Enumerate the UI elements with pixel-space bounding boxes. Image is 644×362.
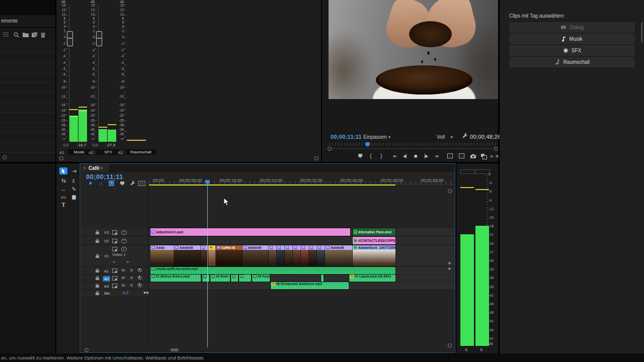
add-keyframe-icon[interactable]: ◦ [120, 260, 121, 263]
mixer-fader-knob-a2[interactable] [96, 31, 102, 46]
track-id-v2[interactable]: V2 [103, 238, 110, 244]
clip-mixkit-uplift-me-remix-mp3[interactable]: fxmixkit-uplift-me-remix.mp3 [150, 267, 395, 274]
go-to-in-button[interactable]: ⇤ [391, 152, 399, 160]
mark-out-button[interactable]: } [377, 152, 385, 160]
track-id-v3[interactable]: V3 [103, 230, 110, 235]
track-content-a1[interactable]: fxmixkit-uplift-me-remix.mp3 [149, 267, 455, 275]
clip-adobest[interactable]: fxAdobeSt [325, 245, 353, 266]
tag-button-dialog[interactable]: Dialog [509, 22, 635, 33]
lock-icon[interactable] [96, 276, 99, 280]
lock-icon[interactable] [96, 230, 99, 234]
monitor-scrub-left-handle[interactable] [328, 147, 332, 151]
mix-value[interactable]: 0,0 [123, 291, 128, 295]
source-patch-icon[interactable] [112, 239, 117, 243]
clip-untitled[interactable] [321, 275, 324, 282]
track-id-a2[interactable]: A2 [103, 276, 110, 282]
track-visibility-eye-icon[interactable] [121, 239, 127, 243]
mixer-hscroll-left-handle[interactable] [59, 156, 63, 160]
clip-untitled[interactable]: fx [231, 275, 238, 282]
solo-button[interactable]: S [465, 347, 467, 352]
timeline-vscroll-bottom-handle[interactable] [448, 343, 452, 347]
search-icon[interactable] [14, 32, 21, 39]
playhead-line[interactable] [207, 185, 208, 347]
solo-button[interactable]: S [130, 268, 133, 272]
fit-dropdown[interactable]: Einpassen ▾ [363, 134, 391, 140]
timeline-vscroll-thumb-bottom[interactable] [448, 267, 451, 270]
tag-button-raumschall[interactable]: Raumschall [509, 57, 635, 67]
project-scrollbar-handle[interactable] [3, 155, 7, 159]
lock-icon[interactable] [96, 254, 99, 258]
clip-coffee-b[interactable]: fxCoffee B [216, 245, 243, 266]
clip-adob[interactable]: fxAdob [150, 245, 174, 266]
trash-icon[interactable] [41, 32, 48, 39]
mic-record-icon[interactable] [137, 283, 141, 288]
track-content-v1[interactable]: fxAdobfxAdobeStfxfxfxCoffee BfxAdobeStfx… [149, 245, 455, 266]
lock-icon[interactable] [96, 284, 99, 288]
go-to-out-button[interactable]: ⇥ [432, 152, 440, 160]
step-back-button[interactable]: ◀▏ [402, 152, 410, 160]
type-tool[interactable]: T [59, 201, 67, 208]
track-content-v2[interactable]: fx#CONTACTLESSCOFFEE [149, 237, 455, 245]
tag-button-musik[interactable]: Musik [509, 34, 635, 44]
step-forward-button[interactable]: ▕▶ [421, 152, 429, 160]
clip-adobestock-194772359-mov[interactable]: fxAdobeStock_194772359.mov [353, 245, 395, 266]
lock-icon[interactable] [96, 239, 99, 243]
clip-01-mixing-grains-mp3[interactable]: fx01 Mixing Grains.mp3 [150, 275, 201, 282]
source-patch-icon[interactable] [112, 268, 117, 273]
track-id-v1[interactable]: V1 [103, 253, 110, 259]
track-id-a3[interactable]: A3 [103, 284, 110, 289]
clip-untitled[interactable]: fx [301, 245, 309, 266]
project-tab-label[interactable]: emente [1, 18, 18, 24]
mark-in-button[interactable]: { [367, 152, 375, 160]
slip-tool[interactable]: ↔ [59, 186, 67, 193]
solo-button[interactable]: S [130, 284, 133, 287]
track-content-mix[interactable] [149, 290, 455, 297]
track-id-a1[interactable]: A1 [103, 268, 110, 274]
mixer-hscroll-right-handle[interactable] [314, 156, 318, 160]
track-visibility-eye-icon[interactable] [121, 247, 127, 251]
mixer-fader-knob-a1[interactable] [67, 31, 73, 46]
next-keyframe-icon[interactable]: ▶ [127, 260, 129, 264]
clip-untitled[interactable]: fx [239, 275, 251, 282]
tags-scrollbar[interactable] [641, 22, 642, 42]
source-patch-icon[interactable] [112, 276, 117, 281]
clip-06-restaurant-ambiance-mp3[interactable]: fx06 Restaurant Ambiance.mp3 [271, 282, 349, 289]
source-patch-icon[interactable] [112, 247, 117, 251]
track-content-v3[interactable]: fxAdjustment LayerfxAlternative Pack-sho… [149, 228, 455, 236]
track-content-a2[interactable]: fx01 Mixing Grains.mp3fxfx03 Rollsfxfxfx… [149, 275, 455, 282]
clip-alternative-pack-shot[interactable]: fxAlternative Pack-shot [353, 228, 395, 236]
monitor-scrub-right-handle[interactable] [494, 147, 498, 151]
clip-untitled[interactable]: fx [202, 275, 209, 282]
solo-button[interactable]: S [130, 276, 133, 280]
clip-untitled[interactable]: fx [309, 245, 317, 266]
rectangle-tool[interactable]: ▭ [59, 194, 67, 201]
mute-button[interactable]: M [122, 284, 125, 287]
source-patch-icon[interactable] [112, 230, 117, 235]
program-monitor-video[interactable] [329, 0, 498, 99]
clip-untitled[interactable]: fx [293, 245, 301, 266]
list-view-icon[interactable] [3, 32, 10, 39]
timeline-hscroll-left-handle[interactable] [85, 348, 89, 352]
ripple-edit-tool[interactable]: ⇆ [59, 177, 67, 184]
mixer-channel-name[interactable]: Musik [67, 149, 91, 155]
clip-adobest[interactable]: fxAdobeSt [174, 245, 201, 266]
mic-record-icon[interactable] [137, 268, 141, 273]
clip-03-rolls[interactable]: fx03 Rolls [210, 275, 230, 282]
extract-button[interactable]: ↓ [457, 152, 465, 160]
folder-icon[interactable] [23, 32, 30, 39]
selection-tool[interactable] [59, 167, 67, 174]
prev-keyframe-icon[interactable]: ◀ [112, 260, 115, 264]
track-visibility-eye-icon[interactable] [121, 230, 127, 235]
clip-untitled[interactable]: fx [285, 245, 293, 266]
solo-button[interactable]: S [480, 347, 482, 352]
mute-button[interactable]: M [122, 276, 125, 280]
hand-tool[interactable] [70, 194, 78, 201]
mixer-channel-name[interactable]: SFX [97, 149, 120, 155]
razor-tool[interactable]: ✂ [70, 177, 78, 184]
mic-record-icon[interactable] [137, 276, 141, 280]
project-list[interactable] [0, 42, 55, 154]
mute-button[interactable]: M [122, 268, 125, 272]
clip-adjustment-layer[interactable]: fxAdjustment Layer [150, 228, 350, 236]
marker-button[interactable] [356, 152, 364, 160]
timeline-hscroll-thumb[interactable] [171, 348, 179, 351]
